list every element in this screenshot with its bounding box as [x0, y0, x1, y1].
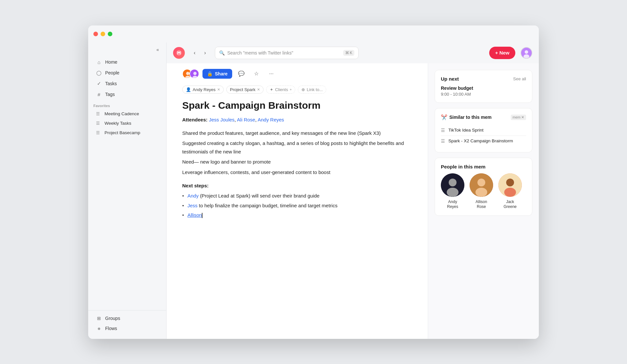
hash-icon: # — [96, 92, 102, 97]
person-icon: ◯ — [96, 70, 102, 75]
svg-point-13 — [477, 179, 485, 186]
attendee-andy-reyes[interactable]: Andy Reyes — [258, 117, 284, 122]
tag-person-icon: 👤 — [186, 87, 191, 92]
person-card-allison[interactable]: AllisonRose — [470, 173, 493, 210]
share-button[interactable]: 🔒 Share — [202, 69, 232, 79]
tag-sparkle-icon: ✦ — [270, 87, 273, 92]
link-jess[interactable]: Jess — [187, 203, 198, 208]
user-avatar[interactable] — [521, 47, 532, 59]
person-card-andy[interactable]: AndyReyes — [441, 173, 464, 210]
fullscreen-button[interactable] — [108, 32, 112, 36]
sidebar-item-groups[interactable]: ⊞ Groups — [91, 313, 164, 323]
link-to-label: Link to... — [307, 87, 323, 92]
body-line-1: Shared the product features, target audi… — [182, 129, 412, 137]
tag-clients[interactable]: ✦ Clients + — [266, 86, 295, 94]
minimize-button[interactable] — [101, 32, 105, 36]
list-item-text: to help finalize the campaign budget, ti… — [199, 203, 337, 208]
ellipsis-icon: ··· — [269, 71, 273, 77]
tag-label: Project Spark — [230, 87, 255, 92]
up-next-item-title: Review budget — [441, 86, 526, 91]
search-placeholder: Search "mems with Twitter links" — [227, 50, 341, 55]
logo-button[interactable] — [173, 47, 185, 59]
person-name-allison: AllisonRose — [475, 199, 487, 210]
people-header: People in this mem — [441, 164, 526, 169]
see-all-link[interactable]: See all — [513, 76, 526, 81]
svg-point-16 — [506, 179, 514, 186]
collaborator-avatar-2 — [189, 69, 199, 79]
tag-label: Andy Reyes — [193, 87, 216, 92]
up-next-section: Up next See all Review budget 9:00 - 10:… — [435, 70, 532, 103]
link-andy[interactable]: Andy — [187, 193, 199, 198]
similar-section: ✂️ Similar to this mem mem ✕ ☰ TikTok Id… — [435, 108, 532, 152]
person-avatar-andy — [441, 173, 464, 197]
favorites-item-label: Project Basecamp — [104, 130, 140, 135]
new-button[interactable]: + New — [489, 47, 515, 59]
more-options-button[interactable]: ··· — [265, 68, 277, 80]
svg-point-11 — [447, 188, 458, 197]
document-wrapper: 🔒 Share 💬 ☆ ··· — [167, 63, 539, 339]
user-avatar-image — [521, 48, 532, 58]
tag-remove-icon[interactable]: + — [290, 87, 292, 91]
sidebar-item-home[interactable]: ⌂ Home — [91, 57, 164, 67]
document-icon: ☰ — [96, 130, 101, 135]
person-card-jack[interactable]: JackGreene — [498, 173, 522, 210]
main-content: ‹ › 🔍 Search "mems with Twitter links" ⌘… — [167, 42, 539, 339]
list-item: Jess to help finalize the campaign budge… — [182, 201, 412, 210]
sidebar-item-label: Flows — [105, 326, 117, 331]
attendees-label: Attendees: — [182, 117, 208, 122]
check-icon: ✓ — [96, 81, 102, 87]
people-grid: AndyReyes AllisonRo — [441, 173, 526, 210]
up-next-header: Up next See all — [441, 76, 526, 82]
groups-icon: ⊞ — [96, 316, 102, 321]
link-to-button[interactable]: ⊕ Link to... — [298, 86, 326, 94]
svg-point-2 — [523, 54, 529, 58]
back-button[interactable]: ‹ — [190, 48, 199, 57]
similar-item-1[interactable]: ☰ TikTok Idea Sprint — [441, 125, 526, 136]
sidebar-item-label: Home — [105, 59, 117, 65]
scissors-icon: ✂️ — [441, 114, 447, 120]
star-button[interactable]: ☆ — [250, 68, 262, 80]
link-allison[interactable]: Allison — [187, 212, 202, 218]
sidebar-item-people[interactable]: ◯ People — [91, 68, 164, 78]
document-icon: ☰ — [441, 138, 445, 144]
attendee-ali-rose[interactable]: Ali Rose — [237, 117, 255, 122]
person-name-andy: AndyReyes — [447, 199, 458, 210]
new-button-label: + New — [495, 50, 509, 55]
svg-point-4 — [186, 72, 189, 75]
sidebar-item-weekly-tasks[interactable]: ☰ Weekly Tasks — [91, 119, 164, 128]
person-avatar-allison — [470, 173, 493, 197]
attendee-jess-joules[interactable]: Jess Joules — [209, 117, 234, 122]
people-section: People in this mem — [435, 158, 532, 216]
search-bar[interactable]: 🔍 Search "mems with Twitter links" ⌘ K — [215, 47, 359, 59]
doc-toolbar: 🔒 Share 💬 ☆ ··· — [167, 63, 428, 84]
tags-row: 👤 Andy Reyes ✕ Project Spark ✕ ✦ Clients… — [167, 84, 428, 99]
people-section-title: People in this mem — [441, 164, 486, 169]
comment-button[interactable]: 💬 — [235, 68, 247, 80]
list-item: Andy (Project Lead at Spark) will send o… — [182, 192, 412, 200]
attendees-line: Attendees: Jess Joules, Ali Rose, Andy R… — [182, 117, 412, 122]
document-title: Spark - Campaign Brainstorm — [182, 99, 412, 112]
flows-icon: ⎈ — [96, 326, 102, 331]
mem-badge-close[interactable]: ✕ — [521, 115, 524, 119]
tag-remove-icon[interactable]: ✕ — [257, 87, 260, 92]
similar-header: ✂️ Similar to this mem mem ✕ — [441, 114, 526, 120]
tag-andy-reyes[interactable]: 👤 Andy Reyes ✕ — [182, 86, 224, 94]
list-item-text: (Project Lead at Spark) will send over t… — [200, 193, 319, 198]
share-button-label: Share — [215, 71, 228, 76]
tag-remove-icon[interactable]: ✕ — [217, 87, 220, 92]
forward-button[interactable]: › — [201, 48, 210, 57]
sidebar-item-flows[interactable]: ⎈ Flows — [91, 324, 164, 333]
sidebar-item-meeting-cadence[interactable]: ☰ Meeting Cadence — [91, 109, 164, 118]
tag-project-spark[interactable]: Project Spark ✕ — [226, 86, 264, 94]
sidebar-item-project-basecamp[interactable]: ☰ Project Basecamp — [91, 128, 164, 137]
home-icon: ⌂ — [96, 59, 102, 65]
sidebar-item-tasks[interactable]: ✓ Tasks — [91, 78, 164, 89]
similar-item-2[interactable]: ☰ Spark - X2 Campaign Brainstorm — [441, 136, 526, 146]
sidebar-item-tags[interactable]: # Tags — [91, 89, 164, 100]
document-area: 🔒 Share 💬 ☆ ··· — [167, 63, 428, 339]
close-button[interactable] — [93, 32, 98, 36]
next-steps-label: Next steps: — [182, 183, 412, 188]
collapse-sidebar-button[interactable]: « — [153, 45, 162, 54]
tag-label: Clients — [275, 87, 288, 92]
mem-badge: mem ✕ — [511, 115, 526, 120]
